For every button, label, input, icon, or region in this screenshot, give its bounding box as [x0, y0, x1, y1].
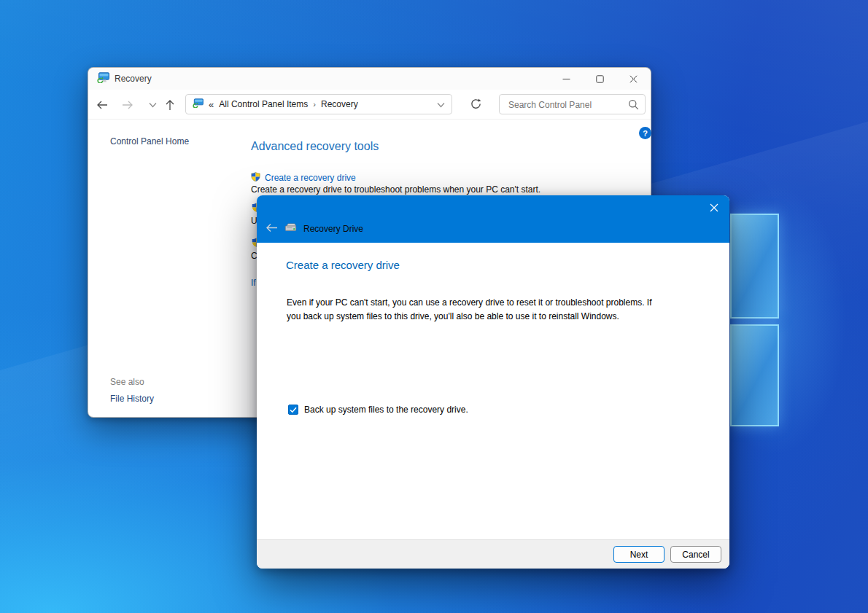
address-dropdown-chevron-icon[interactable] — [437, 98, 445, 111]
page-title: Advanced recovery tools — [251, 140, 379, 153]
help-label: ? — [643, 129, 648, 138]
cancel-button[interactable]: Cancel — [670, 546, 721, 563]
window-title: Recovery — [115, 74, 152, 84]
search-icon — [628, 99, 639, 113]
sidebar-item-control-panel-home[interactable]: Control Panel Home — [110, 136, 189, 147]
address-bar[interactable]: « All Control Panel Items › Recovery — [185, 94, 452, 114]
create-recovery-drive-link[interactable]: Create a recovery drive — [265, 173, 356, 183]
backup-checkbox-row: Back up system files to the recovery dri… — [288, 405, 468, 415]
help-icon[interactable]: ? — [639, 127, 651, 139]
drive-icon — [284, 222, 297, 235]
dialog-title: Recovery Drive — [303, 224, 363, 234]
uac-shield-icon — [251, 171, 260, 184]
backup-checkbox-checked[interactable] — [288, 405, 298, 415]
see-also-heading: See also — [110, 377, 144, 387]
recovery-app-icon-small — [193, 98, 204, 111]
backup-checkbox-label[interactable]: Back up system files to the recovery dri… — [304, 405, 468, 415]
close-button[interactable] — [616, 68, 650, 90]
search-box[interactable] — [499, 94, 646, 114]
windows-logo-pane — [730, 324, 779, 426]
nav-up-icon[interactable] — [163, 98, 177, 112]
navigation-bar: « All Control Panel Items › Recovery — [88, 90, 651, 120]
recovery-drive-dialog: Recovery Drive Create a recovery drive E… — [257, 195, 729, 569]
breadcrumb-overflow-chevrons[interactable]: « — [209, 99, 214, 110]
dialog-titlebar[interactable]: Recovery Drive — [257, 195, 729, 243]
clipped-note-prefix: If — [251, 278, 256, 288]
minimize-button[interactable] — [549, 68, 583, 90]
dialog-close-button[interactable] — [702, 198, 726, 217]
breadcrumb-current[interactable]: Recovery — [321, 99, 358, 109]
breadcrumb-separator: › — [313, 100, 316, 109]
desktop: Recovery — [0, 0, 868, 613]
window-controls — [549, 68, 650, 90]
nav-recent-chevron-icon[interactable] — [146, 98, 159, 112]
sidebar-item-file-history[interactable]: File History — [110, 394, 154, 404]
dialog-back-icon[interactable] — [266, 222, 278, 235]
dialog-footer: Next Cancel — [257, 539, 729, 569]
recovery-app-icon — [97, 72, 109, 86]
breadcrumb-root[interactable]: All Control Panel Items — [219, 99, 308, 109]
nav-forward-icon[interactable] — [121, 98, 134, 112]
window-titlebar[interactable]: Recovery — [88, 68, 651, 90]
dialog-body-text: Even if your PC can't start, you can use… — [287, 296, 662, 324]
refresh-icon[interactable] — [470, 98, 484, 112]
nav-back-icon[interactable] — [96, 98, 109, 112]
next-button[interactable]: Next — [613, 546, 664, 563]
maximize-button[interactable] — [583, 68, 616, 90]
create-recovery-drive-description: Create a recovery drive to troubleshoot … — [251, 184, 540, 195]
windows-logo-wallpaper — [730, 214, 779, 426]
create-recovery-drive-row: Create a recovery drive — [251, 171, 356, 184]
search-input[interactable] — [507, 95, 627, 114]
dialog-heading: Create a recovery drive — [286, 259, 400, 271]
dialog-title-row: Recovery Drive — [266, 222, 363, 235]
windows-logo-pane — [730, 214, 779, 319]
